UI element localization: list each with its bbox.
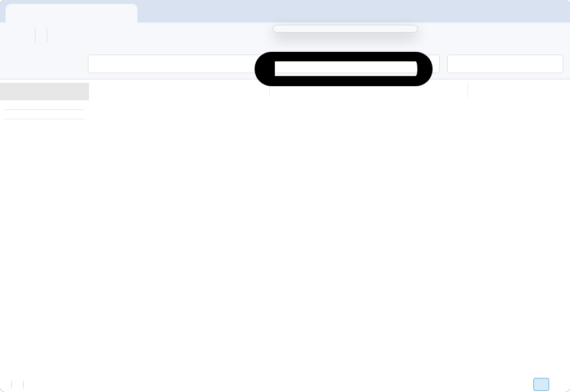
search-box <box>447 55 563 73</box>
recent-locations-button[interactable] <box>45 55 62 72</box>
context-menu <box>273 25 418 33</box>
back-button[interactable] <box>7 55 24 72</box>
refresh-button[interactable] <box>419 56 435 71</box>
column-divider <box>269 84 270 97</box>
address-bar <box>0 48 570 79</box>
explorer-tab[interactable] <box>6 4 137 23</box>
status-bar <box>0 377 570 392</box>
sidebar <box>0 80 89 377</box>
large-icons-view-button[interactable] <box>551 378 565 390</box>
minimize-button[interactable] <box>492 0 518 23</box>
toolbar-divider <box>47 28 47 43</box>
file-list <box>89 80 570 377</box>
search-input[interactable] <box>453 60 558 68</box>
status-divider <box>11 381 12 389</box>
maximize-button[interactable] <box>518 0 544 23</box>
sidebar-divider <box>5 119 84 119</box>
content-area <box>0 80 570 377</box>
breadcrumb[interactable] <box>88 55 440 73</box>
column-divider <box>467 84 468 97</box>
window-controls <box>492 0 570 23</box>
status-divider <box>23 381 24 389</box>
details-view-button[interactable] <box>534 378 549 390</box>
file-explorer-window <box>0 0 570 392</box>
new-button[interactable] <box>9 32 29 39</box>
view-toggles <box>534 378 565 390</box>
column-headers <box>89 80 570 100</box>
new-tab-button[interactable] <box>144 6 160 20</box>
titlebar <box>0 0 570 23</box>
sidebar-item-home[interactable] <box>0 83 89 100</box>
forward-button[interactable] <box>26 55 43 72</box>
toolbar-divider <box>35 28 35 43</box>
sort-button[interactable] <box>53 32 72 39</box>
up-button[interactable] <box>64 55 81 72</box>
close-button[interactable] <box>544 0 570 23</box>
sidebar-divider <box>5 109 84 110</box>
tab-close-icon[interactable] <box>119 7 132 20</box>
